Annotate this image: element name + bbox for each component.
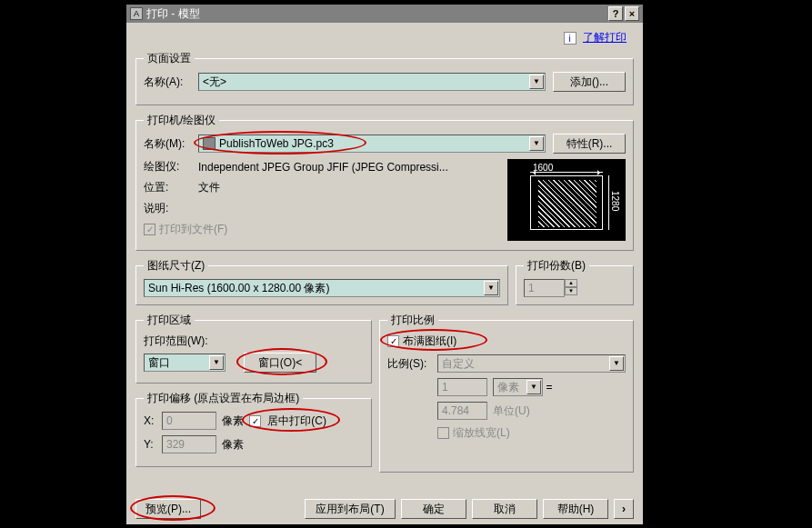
location-label: 位置: xyxy=(144,180,198,195)
help-button[interactable]: 帮助(H) xyxy=(543,499,608,519)
close-button[interactable]: × xyxy=(625,6,639,21)
x-input: 0 xyxy=(162,412,216,430)
pagesetup-name-value: <无> xyxy=(203,75,226,90)
y-label: Y: xyxy=(144,438,162,451)
desc-label: 说明: xyxy=(144,201,198,216)
printer-name-value: PublishToWeb JPG.pc3 xyxy=(219,137,334,150)
ok-button[interactable]: 确定 xyxy=(401,499,466,519)
printer-group: 打印机/绘图仪 名称(M): PublishToWeb JPG.pc3 ▼ 特性… xyxy=(135,113,634,251)
range-label: 打印范围(W): xyxy=(144,334,364,349)
preview-button[interactable]: 预览(P)... xyxy=(135,499,201,519)
window-pick-button[interactable]: 窗口(O)< xyxy=(244,353,316,373)
y-input: 329 xyxy=(162,435,216,453)
scale-num-input: 1 xyxy=(437,378,487,396)
copies-group: 打印份数(B) 1 ▲ ▼ xyxy=(516,258,634,305)
fit-paper-label: 布满图纸(I) xyxy=(403,334,456,349)
copies-input: 1 xyxy=(524,279,565,297)
papersize-legend: 图纸尺寸(Z) xyxy=(144,258,208,274)
chevron-down-icon: ▼ xyxy=(526,380,541,394)
page-setup-group: 页面设置 名称(A): <无> ▼ 添加()... xyxy=(135,51,634,105)
titlebar: A 打印 - 模型 ? × xyxy=(126,5,643,23)
printer-name-combo[interactable]: PublishToWeb JPG.pc3 ▼ xyxy=(198,134,546,153)
chevron-down-icon: ▼ xyxy=(609,356,624,371)
copies-legend: 打印份数(B) xyxy=(524,258,589,274)
fit-paper-check[interactable]: ✓ xyxy=(387,335,399,347)
chevron-down-icon[interactable]: ▼ xyxy=(209,355,224,370)
x-unit: 像素 xyxy=(222,413,244,429)
chevron-right-icon: › xyxy=(622,503,626,515)
chevron-down-icon[interactable]: ▼ xyxy=(529,75,544,89)
center-print-check[interactable]: ✓ xyxy=(249,415,261,427)
scale-group: 打印比例 ✓ 布满图纸(I) 比例(S): 自定义 ▼ 1 xyxy=(379,313,634,473)
ratio-label: 比例(S): xyxy=(387,356,437,372)
context-help-button[interactable]: ? xyxy=(608,6,623,21)
app-icon: A xyxy=(130,7,143,20)
printer-name-label: 名称(M): xyxy=(144,136,198,152)
print-to-file-check: ✓ xyxy=(144,224,155,235)
expand-button[interactable]: › xyxy=(614,499,634,519)
area-legend: 打印区域 xyxy=(144,313,195,328)
printer-properties-button[interactable]: 特性(R)... xyxy=(553,134,626,154)
preview-height: 1280 xyxy=(610,191,620,211)
print-to-file-label: 打印到文件(F) xyxy=(159,222,227,237)
print-area-group: 打印区域 打印范围(W): 窗口 ▼ 窗口(O)< xyxy=(135,313,372,384)
window-title: 打印 - 模型 xyxy=(146,6,200,22)
printer-legend: 打印机/绘图仪 xyxy=(144,113,219,128)
offset-legend: 打印偏移 (原点设置在布局边框) xyxy=(144,391,303,406)
range-combo[interactable]: 窗口 ▼ xyxy=(144,354,226,372)
plotter-value: Independent JPEG Group JFIF (JPEG Compre… xyxy=(198,161,448,174)
printer-config-icon xyxy=(203,137,216,150)
offset-group: 打印偏移 (原点设置在布局边框) X: 0 像素 ✓ 居中打印(C) Y: xyxy=(135,391,372,467)
cancel-button[interactable]: 取消 xyxy=(472,499,537,519)
copies-down: ▼ xyxy=(565,287,577,295)
chevron-down-icon[interactable]: ▼ xyxy=(529,136,544,151)
print-dialog: A 打印 - 模型 ? × i 了解打印 页面设置 名称(A): <无> ▼ 添… xyxy=(125,4,644,525)
chevron-down-icon[interactable]: ▼ xyxy=(484,281,498,295)
scale-num-unit: 像素 ▼ xyxy=(493,378,543,396)
scale-lw-label: 缩放线宽(L) xyxy=(453,425,510,441)
scale-den-input: 4.784 xyxy=(437,402,487,420)
pagesetup-name-label: 名称(A): xyxy=(144,75,198,90)
scale-lw-check xyxy=(437,427,449,439)
equals-icon: = xyxy=(543,381,556,394)
scale-legend: 打印比例 xyxy=(387,313,438,328)
ratio-value: 自定义 xyxy=(442,356,475,372)
add-pagesetup-button[interactable]: 添加()... xyxy=(553,72,626,92)
info-icon: i xyxy=(564,32,576,45)
page-setup-legend: 页面设置 xyxy=(144,51,195,66)
papersize-combo[interactable]: Sun Hi-Res (1600.00 x 1280.00 像素) ▼ xyxy=(144,279,500,297)
location-value: 文件 xyxy=(198,180,220,195)
x-label: X: xyxy=(144,414,162,427)
plotter-label: 绘图仪: xyxy=(144,159,198,174)
pagesetup-name-combo[interactable]: <无> ▼ xyxy=(198,73,546,91)
center-print-label: 居中打印(C) xyxy=(267,414,326,427)
scale-den-unit: 单位(U) xyxy=(493,403,530,419)
apply-layout-button[interactable]: 应用到布局(T) xyxy=(305,499,396,519)
ratio-combo: 自定义 ▼ xyxy=(437,354,626,373)
copies-up: ▲ xyxy=(565,279,577,287)
paper-preview: 1600 1280 xyxy=(507,159,626,241)
papersize-group: 图纸尺寸(Z) Sun Hi-Res (1600.00 x 1280.00 像素… xyxy=(135,258,508,305)
learn-print-link[interactable]: 了解打印 xyxy=(583,31,627,44)
y-unit: 像素 xyxy=(222,437,244,453)
range-value: 窗口 xyxy=(148,355,170,371)
papersize-value: Sun Hi-Res (1600.00 x 1280.00 像素) xyxy=(148,281,329,296)
